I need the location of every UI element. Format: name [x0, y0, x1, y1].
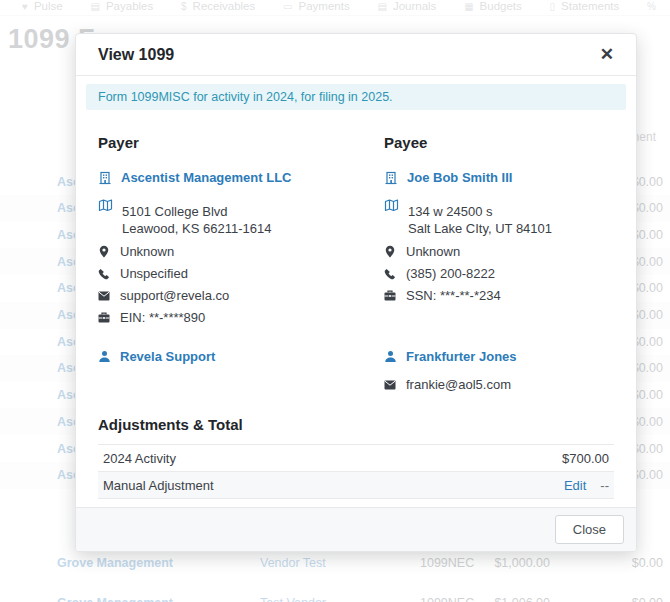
payee-contact-email: frankie@aol5.com [406, 377, 511, 392]
payer-address-row: 5101 College Blvd Leawood, KS 66211-1614 [98, 198, 356, 237]
payee-phone-row: (385) 200-8222 [384, 266, 614, 281]
payer-contact-link[interactable]: Revela Support [120, 349, 215, 364]
payer-payee-columns: Payer Ascentist Management LLC 5101 Coll… [76, 120, 636, 392]
edit-link[interactable]: Edit [564, 478, 586, 493]
modal-header: View 1099 ✕ [76, 34, 636, 76]
building-icon [98, 171, 112, 185]
briefcase-icon [384, 290, 396, 301]
payee-address-line2: Salt Lake CIty, UT 84101 [408, 220, 552, 237]
payer-heading: Payer [98, 134, 356, 151]
modal-title: View 1099 [98, 46, 174, 64]
phone-icon [384, 268, 396, 280]
row-label: Manual Adjustment [103, 478, 214, 493]
payee-company-link[interactable]: Joe Bob Smith III [407, 170, 512, 185]
location-pin-icon [98, 245, 110, 258]
payer-address: 5101 College Blvd Leawood, KS 66211-1614 [122, 198, 271, 237]
building-icon [384, 171, 398, 185]
payer-email-row: support@revela.co [98, 288, 356, 303]
payee-heading: Payee [384, 134, 614, 151]
info-banner: Form 1099MISC for activity in 2024, for … [86, 84, 626, 110]
modal-footer: Close [76, 507, 636, 551]
payee-tax-id-row: SSN: ***-**-*234 [384, 288, 614, 303]
close-icon[interactable]: ✕ [600, 46, 614, 63]
person-icon [98, 350, 111, 363]
payee-address: 134 w 24500 s Salt Lake CIty, UT 84101 [408, 198, 552, 237]
payer-contact-row: Revela Support [98, 349, 356, 364]
row-value: $700.00 [562, 451, 609, 466]
payee-contact-row: Frankfurter Jones [384, 349, 614, 364]
payer-tax-id: EIN: **-****890 [120, 310, 205, 325]
payee-contact-email-row: frankie@aol5.com [384, 377, 614, 392]
payee-address-line1: 134 w 24500 s [408, 203, 552, 220]
payer-phone: Unspecified [120, 266, 188, 281]
payer-location: Unknown [120, 244, 174, 259]
envelope-icon [98, 291, 110, 301]
payer-column: Payer Ascentist Management LLC 5101 Coll… [98, 120, 356, 392]
table-row: Manual Adjustment Edit -- [98, 472, 614, 499]
person-icon [384, 350, 397, 363]
payee-address-row: 134 w 24500 s Salt Lake CIty, UT 84101 [384, 198, 614, 237]
payer-email: support@revela.co [120, 288, 229, 303]
payer-company-link[interactable]: Ascentist Management LLC [121, 170, 291, 185]
payee-phone: (385) 200-8222 [406, 266, 495, 281]
adjustments-heading: Adjustments & Total [98, 416, 614, 433]
location-pin-icon [384, 245, 396, 258]
payee-contact-link[interactable]: Frankfurter Jones [406, 349, 517, 364]
row-label: 2024 Activity [103, 451, 176, 466]
row-value: -- [600, 478, 609, 493]
payer-phone-row: Unspecified [98, 266, 356, 281]
table-row: 2024 Activity $700.00 [98, 445, 614, 472]
payee-tax-id: SSN: ***-**-*234 [406, 288, 501, 303]
payee-column: Payee Joe Bob Smith III 134 w 24500 s Sa… [356, 120, 614, 392]
map-icon [98, 198, 113, 237]
envelope-icon [384, 380, 396, 390]
close-button[interactable]: Close [555, 515, 624, 544]
view-1099-modal: View 1099 ✕ Form 1099MISC for activity i… [75, 33, 637, 552]
briefcase-icon [98, 312, 110, 323]
phone-icon [98, 268, 110, 280]
payer-company-row: Ascentist Management LLC [98, 170, 356, 185]
map-icon [384, 198, 399, 237]
screen: ♥Pulse▤Payables$Receivables▭Payments▤Jou… [0, 0, 670, 602]
payee-location-row: Unknown [384, 244, 614, 259]
payer-location-row: Unknown [98, 244, 356, 259]
payer-address-line1: 5101 College Blvd [122, 203, 271, 220]
payer-address-line2: Leawood, KS 66211-1614 [122, 220, 271, 237]
payer-tax-id-row: EIN: **-****890 [98, 310, 356, 325]
payee-location: Unknown [406, 244, 460, 259]
payee-company-row: Joe Bob Smith III [384, 170, 614, 185]
